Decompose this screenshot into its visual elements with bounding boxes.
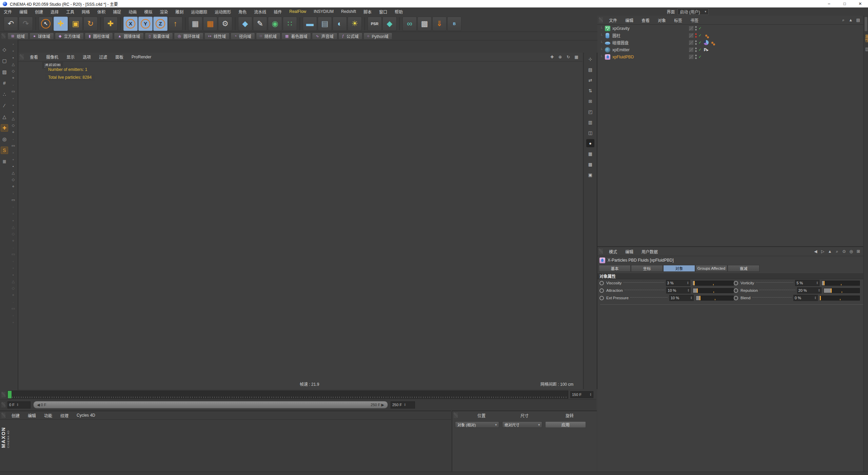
om-panel-icon[interactable]: ▤ (855, 17, 862, 23)
palette-slot-10[interactable]: ▪ (10, 109, 17, 115)
enable-axis-button[interactable]: ✚ (1, 124, 8, 132)
layout-dropdown[interactable]: 启动 (用户) ▾ (677, 8, 709, 15)
field-cone-button[interactable]: ▲圆锥体域 (114, 33, 144, 40)
field-capsule-button[interactable]: ▯胶囊体域 (145, 33, 173, 40)
polygons-mode-button[interactable]: △ (1, 113, 8, 120)
primitive-cube-button[interactable]: ◆ (238, 17, 252, 31)
om-menu-查看[interactable]: 查看 (637, 17, 654, 23)
palette-slot-8[interactable]: ◦ (10, 95, 17, 101)
dock-icon-4[interactable]: ⊞ (586, 97, 594, 105)
om-scroll-icon[interactable]: ▲ (847, 17, 854, 23)
param-slider[interactable] (820, 296, 860, 301)
palette-slot-41[interactable]: ▫ (10, 319, 17, 325)
palette-slot-15[interactable]: ▭ (10, 143, 17, 149)
field-cube-button[interactable]: ◆立方体域 (55, 33, 84, 40)
slider-handle[interactable] (824, 281, 825, 285)
tab-对象[interactable]: 对象 (663, 265, 695, 272)
object-row[interactable]: └xpFluidPBD✓ (597, 53, 863, 60)
palette-slot-11[interactable]: △ (10, 116, 17, 121)
attr-track-icon[interactable]: ◎ (848, 248, 854, 255)
stepper-icon[interactable]: ▲▼ (687, 289, 689, 292)
menu-RealFlow[interactable]: RealFlow (285, 9, 310, 14)
palette-slot-14[interactable]: ∙ (10, 136, 17, 142)
palette-slot-9[interactable]: ▫ (10, 102, 17, 108)
field-random-button[interactable]: ∷随机域 (256, 33, 280, 40)
bullet-dynamics-button[interactable]: B (447, 17, 461, 31)
param-value[interactable]: 10 %▲▼ (669, 295, 694, 301)
tab-坐标[interactable]: 坐标 (631, 265, 663, 272)
dock-icon-2[interactable]: ⇄ (586, 76, 594, 84)
texture-mode-button[interactable]: ▨ (1, 68, 8, 76)
viewport-menu-过滤[interactable]: 过滤 (95, 54, 111, 60)
minimize-button[interactable]: – (821, 0, 837, 7)
palette-slot-36[interactable]: ◇ (10, 285, 17, 291)
attr-search-icon[interactable]: ⌕ (834, 248, 840, 255)
field-sound-button[interactable]: ∿声音域 (312, 33, 337, 40)
scale-tool-button[interactable]: ▣ (68, 17, 83, 31)
edges-mode-button[interactable]: ∕ (1, 102, 8, 109)
viewport-menu-查看[interactable]: 查看 (26, 54, 42, 60)
palette-slot-4[interactable]: ◇ (10, 68, 17, 74)
menu-网格[interactable]: 网格 (78, 9, 94, 15)
psr-tool-button[interactable]: PSR (368, 17, 382, 31)
dynamics-tag[interactable] (704, 40, 709, 45)
undo-button[interactable]: ↶ (4, 17, 18, 31)
palette-slot-7[interactable]: ▭ (10, 89, 17, 94)
make-editable-button[interactable]: ◇ (1, 46, 8, 53)
lock-z-axis-button[interactable]: Z (153, 17, 167, 31)
palette-slot-33[interactable]: ▫ (10, 265, 17, 271)
content-downloader-button[interactable]: ⇓ (432, 17, 447, 31)
attr-forward-icon[interactable]: ▷ (820, 248, 826, 255)
palette-slot-25[interactable]: ▫ (10, 211, 17, 216)
dock-icon-1[interactable]: ▤ (586, 65, 594, 74)
material-menu-创建[interactable]: 创建 (7, 413, 24, 418)
live-selection-button[interactable]: ↖ (39, 17, 53, 31)
om-search-icon[interactable]: ⌕ (840, 17, 847, 23)
visibility-dots[interactable] (695, 33, 697, 38)
om-menu-书签[interactable]: 书签 (686, 17, 703, 23)
menu-捕捉[interactable]: 捕捉 (109, 9, 125, 15)
palette-slot-22[interactable]: ∙ (10, 190, 17, 196)
section-header-对象属性[interactable]: 对象属性 (597, 273, 863, 279)
attr-menu-用户数据[interactable]: 用户数据 (637, 249, 662, 254)
slider-handle[interactable] (694, 281, 695, 285)
om-menu-标签[interactable]: 标签 (670, 17, 686, 23)
tab-衰减[interactable]: 衰减 (728, 265, 760, 272)
object-row[interactable]: └圆柱✓ (597, 32, 863, 39)
dock-icon-5[interactable]: ◰ (586, 108, 594, 116)
layer-box[interactable] (689, 40, 693, 45)
stepper-icon[interactable]: ▲▼ (814, 296, 816, 300)
timeline-grip[interactable] (1, 402, 5, 407)
render-settings-button[interactable]: ⚙ (218, 17, 232, 31)
field-python-button[interactable]: ○Python域 (363, 33, 392, 40)
xpresso-button[interactable]: ◆ (382, 17, 397, 31)
field-shader-button[interactable]: ▦着色器域 (281, 33, 311, 40)
apply-button[interactable]: 应用 (545, 421, 586, 428)
menu-运动图形[interactable]: 运动图形 (211, 9, 235, 15)
start-frame-spinner[interactable]: 0 F▲▼ (7, 401, 31, 408)
dock-icon-9[interactable]: ▦ (586, 150, 594, 158)
menu-动画[interactable]: 动画 (125, 9, 140, 15)
om-menu-对象[interactable]: 对象 (654, 17, 670, 23)
palette-slot-12[interactable]: ◇ (10, 122, 17, 128)
tab-Groups Affected[interactable]: Groups Affected (695, 265, 727, 272)
lock-x-axis-button[interactable]: X (123, 17, 138, 31)
visibility-dots[interactable] (695, 26, 697, 31)
om-menu-编辑[interactable]: 编辑 (621, 17, 637, 23)
palette-slot-6[interactable]: ∙ (10, 82, 17, 88)
palette-slot-40[interactable]: ◦ (10, 312, 17, 318)
points-mode-button[interactable]: ∴ (1, 91, 8, 98)
palette-slot-27[interactable]: △ (10, 224, 17, 230)
menu-窗口[interactable]: 窗口 (375, 9, 391, 15)
param-value[interactable]: 0 %▲▼ (793, 295, 818, 301)
last-used-tool-button[interactable]: ✚ (103, 17, 118, 31)
palette-slot-34[interactable]: ▪ (10, 272, 17, 278)
palette-slot-39[interactable]: ▭ (10, 306, 17, 311)
viewport-menu-选项[interactable]: 选项 (79, 54, 95, 60)
coordinate-system-button[interactable]: ↑ (168, 17, 182, 31)
keyframe-radio[interactable] (599, 281, 604, 285)
stepper-icon[interactable]: ▲▼ (690, 296, 692, 300)
menu-选择[interactable]: 选择 (47, 9, 62, 15)
param-value[interactable]: 20 %▲▼ (797, 287, 822, 293)
material-menu-功能[interactable]: 功能 (40, 413, 56, 418)
